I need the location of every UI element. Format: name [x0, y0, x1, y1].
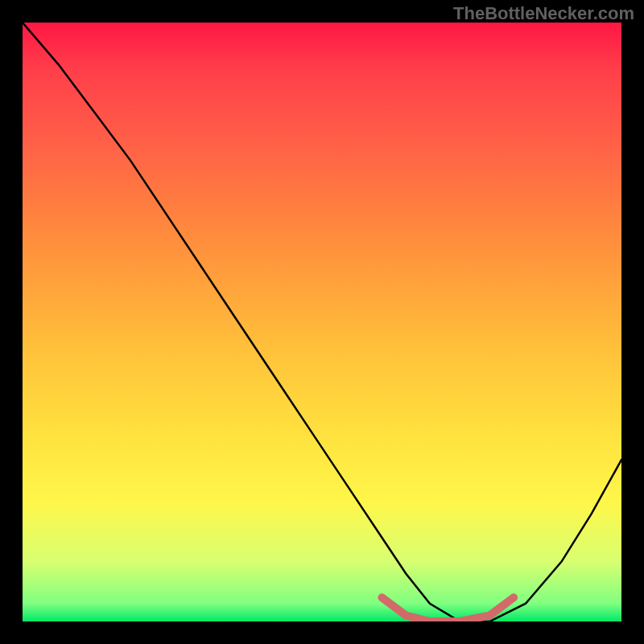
chart-svg [23, 23, 621, 621]
watermark-text: TheBottleNecker.com [453, 3, 634, 24]
bottleneck-curve-path [23, 23, 621, 621]
optimal-zone-path [382, 597, 514, 621]
chart-plot-area [23, 23, 621, 621]
